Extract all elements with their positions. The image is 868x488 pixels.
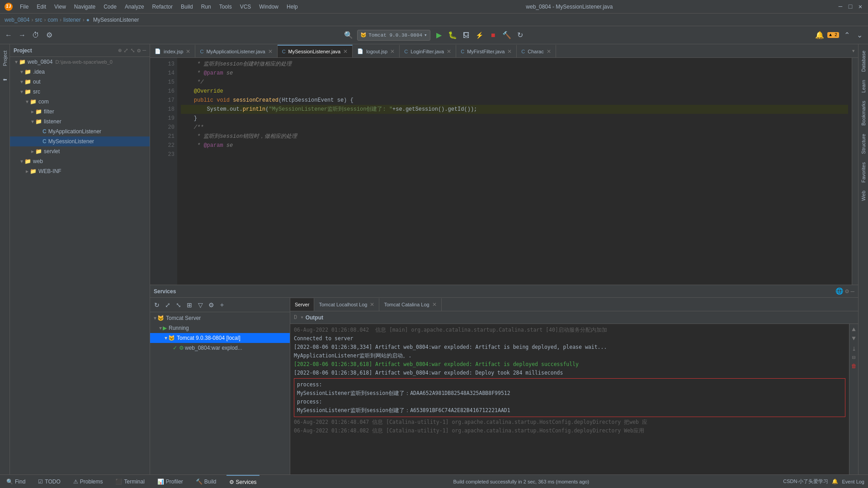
tab-close-mysession[interactable]: ✕: [343, 48, 348, 55]
tab-close-myapp[interactable]: ✕: [268, 48, 273, 55]
minimize-button[interactable]: ─: [837, 4, 844, 10]
coverage-button[interactable]: ⛾: [461, 30, 471, 40]
svc-item-war[interactable]: ✓ ⚙ web_0804:war explod...: [150, 343, 290, 353]
build-button[interactable]: 🔨: [502, 30, 512, 40]
favorites-tab[interactable]: Favorites: [860, 159, 867, 186]
services-minimize-icon[interactable]: —: [851, 288, 854, 295]
close-catalina-tab[interactable]: ✕: [432, 301, 437, 308]
breadcrumb-listener[interactable]: listener: [63, 17, 81, 23]
tree-item-webinf[interactable]: ▸ 📁 WEB-INF: [10, 166, 150, 176]
web-tab[interactable]: Web: [860, 187, 867, 204]
menu-help[interactable]: Help: [283, 3, 302, 11]
tab-loginfilter[interactable]: C LoginFilter.java ✕: [400, 45, 456, 57]
output-tab-catalina-log[interactable]: Tomcat Catalina Log ✕: [379, 298, 441, 311]
bottom-tab-terminal[interactable]: ⬛ Terminal: [113, 475, 147, 488]
notifications-button[interactable]: 🔔: [815, 30, 825, 40]
tab-close-index[interactable]: ✕: [186, 48, 190, 55]
database-tab[interactable]: Database: [860, 47, 867, 75]
tab-logout-jsp[interactable]: 📄 logout.jsp ✕: [353, 45, 400, 57]
navigate-forward-button[interactable]: →: [17, 30, 27, 40]
breadcrumb-src[interactable]: src: [35, 17, 42, 23]
svc-add-button[interactable]: ＋: [217, 300, 227, 310]
bottom-tab-profiler[interactable]: 📊 Profiler: [155, 475, 186, 488]
stop-button[interactable]: ■: [488, 30, 498, 40]
scroll-up-button[interactable]: ▲: [852, 326, 855, 333]
menu-window[interactable]: Window: [255, 3, 282, 11]
collapse-all-icon[interactable]: ⤡: [130, 47, 135, 54]
project-tab[interactable]: Project: [1, 47, 9, 70]
tree-item-listener[interactable]: ▾ 📁 listener: [10, 117, 150, 127]
menu-navigate[interactable]: Navigate: [71, 3, 99, 11]
tab-close-loginfilter[interactable]: ✕: [447, 48, 451, 55]
menu-file[interactable]: File: [16, 3, 32, 11]
breadcrumb-project[interactable]: web_0804: [5, 17, 29, 23]
navigate-back-button[interactable]: ←: [4, 30, 14, 40]
menu-build[interactable]: Build: [177, 3, 197, 11]
svc-refresh-button[interactable]: ↻: [152, 300, 162, 310]
recent-files-button[interactable]: ⏱: [31, 30, 41, 40]
expand-all-icon[interactable]: ⤢: [123, 47, 128, 54]
bookmarks-tab[interactable]: Bookmarks: [860, 97, 867, 129]
tomcat-config-selector[interactable]: 🐱 Tomcat 9.0.38-0804 ▾: [357, 30, 430, 41]
tree-item-myapp-listener[interactable]: C MyApplicationListener: [10, 127, 150, 136]
svc-item-tomcat-local[interactable]: ▾ 🐱 Tomcat 9.0.38-0804 [local]: [150, 333, 290, 343]
bottom-tab-build[interactable]: 🔨 Build: [193, 475, 219, 488]
svc-item-running[interactable]: ▾ ▶ Running: [150, 323, 290, 333]
menu-view[interactable]: View: [51, 3, 70, 11]
menu-run[interactable]: Run: [198, 3, 215, 11]
tab-close-charac[interactable]: ✕: [547, 48, 551, 55]
svc-item-tomcat-server[interactable]: ▾ 🐱 Tomcat Server: [150, 313, 290, 323]
maximize-button[interactable]: □: [847, 4, 854, 10]
settings-button[interactable]: ⚙: [44, 30, 54, 40]
editor-scrollbar[interactable]: [852, 58, 858, 285]
output-dropdown-icon[interactable]: D ▾: [294, 314, 304, 321]
tab-index-jsp[interactable]: 📄 index.jsp ✕: [150, 45, 195, 57]
tab-close-myfirstfilter[interactable]: ✕: [507, 48, 512, 55]
scroll-down-button[interactable]: ▼: [852, 335, 855, 342]
tab-overflow-button[interactable]: ▾: [849, 47, 858, 55]
bottom-tab-find[interactable]: 🔍 Find: [4, 475, 28, 488]
tree-item-filter[interactable]: ▸ 📁 filter: [10, 107, 150, 117]
svc-collapse-button[interactable]: ⤡: [174, 300, 184, 310]
services-settings-icon[interactable]: ⚙: [845, 287, 849, 295]
learn-tab[interactable]: Learn: [860, 76, 867, 96]
tab-close-logout[interactable]: ✕: [390, 48, 395, 55]
menu-refactor[interactable]: Refactor: [149, 3, 176, 11]
profile-button[interactable]: ⚡: [475, 30, 485, 40]
debug-button[interactable]: 🐛: [448, 30, 458, 40]
menu-analyze[interactable]: Analyze: [121, 3, 148, 11]
chevron-down-button[interactable]: ⌄: [854, 30, 864, 40]
bottom-tab-services[interactable]: ⚙ Services: [226, 475, 259, 488]
bottom-tab-problems[interactable]: ⚠ Problems: [71, 475, 106, 488]
structure-tab[interactable]: Structure: [860, 130, 867, 158]
tree-item-web[interactable]: ▾ 📁 web: [10, 156, 150, 166]
search-everywhere-button[interactable]: 🔍: [344, 30, 354, 40]
svc-filter-button[interactable]: ▽: [195, 300, 205, 310]
tree-item-mysession-listener[interactable]: C MySessionListener: [10, 136, 150, 146]
commit-tab[interactable]: ⬆: [1, 74, 9, 85]
locate-icon[interactable]: ⊕: [118, 47, 122, 54]
services-add-icon[interactable]: 🌐: [835, 287, 843, 295]
tab-myfirstfilter[interactable]: C MyFirstFilter.java ✕: [456, 45, 517, 57]
menu-vcs[interactable]: VCS: [236, 3, 255, 11]
tree-item-idea[interactable]: ▾ 📁 .idea: [10, 67, 150, 77]
svc-settings-button[interactable]: ⚙: [206, 300, 216, 310]
scroll-filter-button[interactable]: ⊟: [852, 354, 855, 361]
menu-code[interactable]: Code: [100, 3, 120, 11]
scroll-follow-button[interactable]: ⤓: [852, 346, 856, 352]
sync-button[interactable]: ↻: [515, 30, 525, 40]
close-panel-icon[interactable]: —: [142, 47, 146, 54]
breadcrumb-com[interactable]: com: [47, 17, 58, 23]
event-log-label[interactable]: Event Log: [842, 479, 864, 484]
chevron-up-button[interactable]: ⌃: [842, 30, 852, 40]
tree-item-servlet[interactable]: ▸ 📁 servlet: [10, 146, 150, 156]
tree-item-web0804[interactable]: ▾ 📁 web_0804 D:\java-web-space\web_0: [10, 57, 150, 67]
output-tab-server[interactable]: Server: [290, 298, 314, 311]
menu-tools[interactable]: Tools: [216, 3, 236, 11]
svc-expand-button[interactable]: ⤢: [163, 300, 173, 310]
tree-item-out[interactable]: ▾ 📁 out: [10, 77, 150, 87]
clear-output-button[interactable]: 🗑: [851, 363, 857, 370]
tab-mysession-listener[interactable]: C MySessionListener.java ✕: [278, 45, 353, 57]
close-localhost-tab[interactable]: ✕: [370, 301, 374, 308]
tab-myapp-listener[interactable]: C MyApplicationListener.java ✕: [195, 45, 277, 57]
